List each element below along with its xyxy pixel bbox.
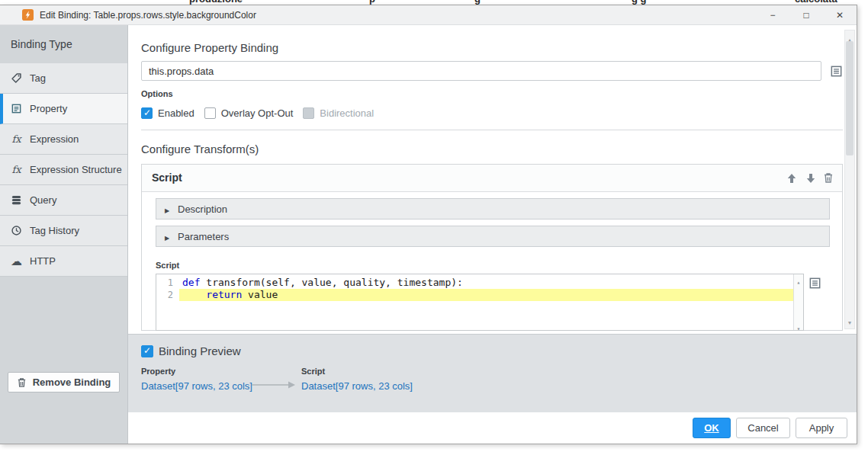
enabled-label[interactable]: Enabled xyxy=(158,107,194,119)
cancel-button[interactable]: Cancel xyxy=(736,418,790,438)
window-controls: − □ ✕ xyxy=(756,5,857,25)
close-button[interactable]: ✕ xyxy=(823,5,857,25)
trash-icon xyxy=(17,377,27,388)
scrollbar-thumb[interactable] xyxy=(846,41,854,155)
section-divider xyxy=(141,130,843,130)
open-property-editor-icon[interactable] xyxy=(830,65,843,78)
window-title: Edit Binding: Table.props.rows.style.bac… xyxy=(40,5,256,25)
app-icon xyxy=(22,9,34,21)
code-text: def transform(self, value, quality, time… xyxy=(179,277,793,289)
sidebar-item-label: HTTP xyxy=(30,255,56,267)
content-scrollbar[interactable] xyxy=(844,30,855,329)
description-section[interactable]: Description xyxy=(156,198,830,219)
sidebar-item-label: Expression Structure xyxy=(30,164,122,175)
scroll-up-icon[interactable] xyxy=(794,275,803,283)
code-line[interactable]: 2 return value xyxy=(156,289,793,301)
edit-binding-dialog: Edit Binding: Table.props.rows.style.bac… xyxy=(0,5,857,444)
binding-preview-checkbox[interactable] xyxy=(141,345,153,357)
move-transform-down-icon[interactable] xyxy=(805,173,816,184)
script-label: Script xyxy=(156,261,179,270)
options-label: Options xyxy=(141,89,173,98)
code-lines: 1def transform(self, value, quality, tim… xyxy=(156,274,793,330)
bidirectional-option: Bidirectional xyxy=(303,107,374,119)
screen: produzione p g g g calcolata Edit Bindin… xyxy=(0,0,868,455)
sidebar-item-label: Expression xyxy=(30,133,79,145)
overlay-opt-out-checkbox[interactable] xyxy=(204,107,216,119)
fx-icon xyxy=(10,133,23,146)
sidebar-item-label: Tag xyxy=(30,72,46,84)
enabled-checkbox[interactable] xyxy=(141,107,153,119)
open-script-editor-icon[interactable] xyxy=(809,277,821,290)
parameters-label: Parameters xyxy=(178,231,229,242)
parameters-section[interactable]: Parameters xyxy=(156,226,830,247)
binding-type-panel: Binding Type Tag Property Expression Exp… xyxy=(0,25,128,444)
sidebar-item-expression-structure[interactable]: Expression Structure xyxy=(0,155,127,185)
sidebar-item-label: Query xyxy=(30,194,56,206)
enabled-option: Enabled xyxy=(141,107,194,119)
minimize-button[interactable]: − xyxy=(756,5,789,25)
cloud-icon xyxy=(10,255,23,268)
maximize-button[interactable]: □ xyxy=(789,5,823,25)
bidirectional-checkbox xyxy=(303,107,314,119)
scroll-down-icon[interactable] xyxy=(845,314,854,328)
chevron-right-icon xyxy=(165,202,171,216)
configure-transforms-heading: Configure Transform(s) xyxy=(141,143,259,155)
sidebar-item-label: Tag History xyxy=(30,225,79,236)
dialog-footer: OK Cancel Apply xyxy=(128,412,857,444)
move-transform-up-icon[interactable] xyxy=(786,173,797,184)
binding-preview-label[interactable]: Binding Preview xyxy=(159,344,241,357)
line-number: 1 xyxy=(156,277,179,289)
binding-path-input[interactable] xyxy=(141,61,821,81)
options-row: Enabled Overlay Opt-Out Bidirectional xyxy=(141,107,374,120)
preview-property-label: Property xyxy=(141,367,175,376)
clock-icon xyxy=(10,225,23,237)
database-icon xyxy=(10,194,23,207)
sidebar-item-expression[interactable]: Expression xyxy=(0,124,127,155)
bidirectional-label: Bidirectional xyxy=(320,107,374,119)
binding-preview-section: Binding Preview Property Dataset[97 rows… xyxy=(128,334,857,412)
sidebar-item-label: Property xyxy=(30,103,67,114)
sidebar-item-tag-history[interactable]: Tag History xyxy=(0,216,127,246)
window-titlebar[interactable]: Edit Binding: Table.props.rows.style.bac… xyxy=(0,5,857,25)
description-label: Description xyxy=(178,203,227,215)
main-area: Configure Property Binding Options Enabl… xyxy=(128,25,857,444)
overlay-opt-out-option: Overlay Opt-Out xyxy=(204,107,294,119)
transform-title: Script xyxy=(152,171,182,184)
transform-card-header: Script xyxy=(142,165,842,192)
binding-type-header: Binding Type xyxy=(0,25,127,63)
scroll-down-icon[interactable] xyxy=(794,322,803,329)
delete-transform-icon[interactable] xyxy=(823,172,834,183)
tag-icon xyxy=(10,72,23,85)
preview-script-label: Script xyxy=(301,367,325,376)
sidebar-item-query[interactable]: Query xyxy=(0,185,127,216)
chevron-right-icon xyxy=(165,229,171,243)
ok-button[interactable]: OK xyxy=(693,418,731,438)
sidebar-item-tag[interactable]: Tag xyxy=(0,63,127,94)
code-text: return value xyxy=(179,289,793,301)
fx-icon xyxy=(10,164,23,176)
sidebar-item-property[interactable]: Property xyxy=(0,94,127,124)
line-number: 2 xyxy=(156,289,179,301)
script-code-editor[interactable]: 1def transform(self, value, quality, tim… xyxy=(156,274,804,331)
remove-binding-label: Remove Binding xyxy=(33,376,111,388)
binding-config-area: Configure Property Binding Options Enabl… xyxy=(128,25,857,334)
transform-flow-arrow-icon xyxy=(252,379,296,393)
preview-property-value[interactable]: Dataset[97 rows, 23 cols] xyxy=(141,380,252,392)
code-line[interactable]: 1def transform(self, value, quality, tim… xyxy=(156,277,793,289)
script-transform-card: Script Description Parameters Script xyxy=(141,164,843,331)
preview-script-value[interactable]: Dataset[97 rows, 23 cols] xyxy=(301,380,413,392)
overlay-opt-out-label[interactable]: Overlay Opt-Out xyxy=(221,107,294,119)
configure-binding-heading: Configure Property Binding xyxy=(141,41,278,54)
sidebar-item-http[interactable]: HTTP xyxy=(0,246,127,277)
remove-binding-button[interactable]: Remove Binding xyxy=(8,372,120,393)
apply-button[interactable]: Apply xyxy=(796,418,847,438)
editor-scrollbar[interactable] xyxy=(793,274,803,330)
property-icon xyxy=(10,103,23,115)
